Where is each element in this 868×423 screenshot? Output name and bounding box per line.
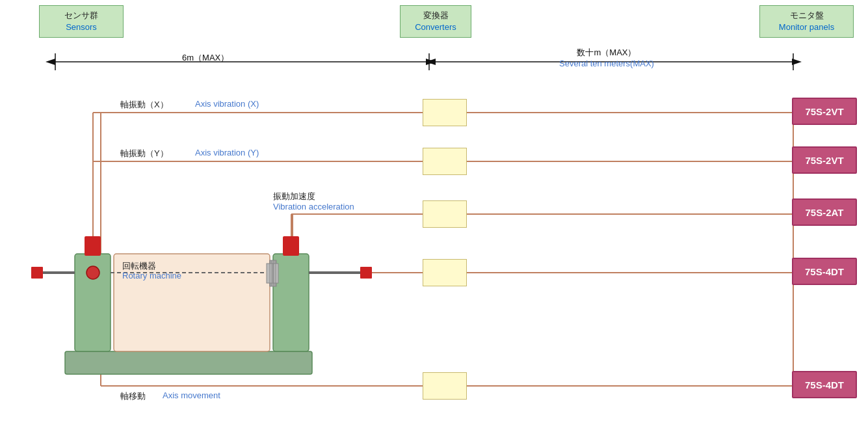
svg-point-32 (86, 266, 99, 279)
label-axis-x-jp: 軸振動（X） (120, 99, 168, 111)
svg-marker-5 (792, 59, 802, 65)
distance-left: 6m（MAX） (182, 52, 229, 64)
converter-row4 (423, 259, 467, 286)
svg-rect-34 (283, 236, 299, 256)
monitor-row3: 75S-2AT (792, 198, 857, 226)
svg-marker-1 (46, 59, 55, 65)
sensors-jp: センサ群 (49, 10, 114, 21)
monitor-row5: 75S-4DT (792, 371, 857, 398)
svg-rect-24 (75, 254, 111, 351)
converter-row2 (423, 148, 467, 175)
monitor-row2: 75S-2VT (792, 146, 857, 174)
label-axis-y-jp: 軸振動（Y） (120, 148, 168, 159)
label-axis-x-en: Axis vibration (X) (195, 99, 259, 109)
svg-rect-25 (273, 254, 309, 351)
label-axismov-en: Axis movement (163, 390, 220, 400)
label-axis-y-en: Axis vibration (Y) (195, 148, 259, 157)
monitor-row1: 75S-2VT (792, 98, 857, 125)
monitor-row4: 75S-4DT (792, 258, 857, 285)
svg-marker-2 (426, 59, 436, 65)
label-vibaccel-jp: 振動加速度 (273, 191, 315, 202)
label-vibaccel-en: Vibration acceleration (273, 202, 354, 212)
svg-rect-35 (270, 260, 276, 286)
header-monitor: モニタ盤 Monitor panels (759, 5, 854, 38)
converter-row1 (423, 99, 467, 126)
converters-jp: 変換器 (410, 10, 462, 21)
header-converters: 変換器 Converters (400, 5, 471, 38)
monitor-jp: モニタ盤 (769, 10, 844, 21)
svg-rect-30 (31, 267, 43, 279)
svg-rect-33 (85, 236, 101, 256)
svg-rect-36 (267, 264, 273, 283)
monitor-en: Monitor panels (769, 21, 844, 33)
diagram-container: センサ群 Sensors 変換器 Converters モニタ盤 Monitor… (0, 0, 868, 423)
converter-row5 (423, 372, 467, 400)
label-axismov-jp: 軸移動 (120, 390, 146, 402)
converters-en: Converters (410, 21, 462, 33)
svg-rect-37 (273, 264, 278, 283)
svg-rect-23 (65, 351, 312, 374)
converter-row3 (423, 200, 467, 228)
distance-right: 数十m（MAX） Several ten meters(MAX) (559, 47, 654, 68)
svg-marker-4 (426, 59, 436, 65)
header-sensors: センサ群 Sensors (39, 5, 124, 38)
sensors-en: Sensors (49, 21, 114, 33)
rotary-machine-en: Rotary machine (122, 271, 181, 280)
svg-rect-31 (360, 267, 372, 279)
distance-right-en: Several ten meters(MAX) (559, 59, 654, 68)
distance-right-jp: 数十m（MAX） (559, 47, 654, 59)
